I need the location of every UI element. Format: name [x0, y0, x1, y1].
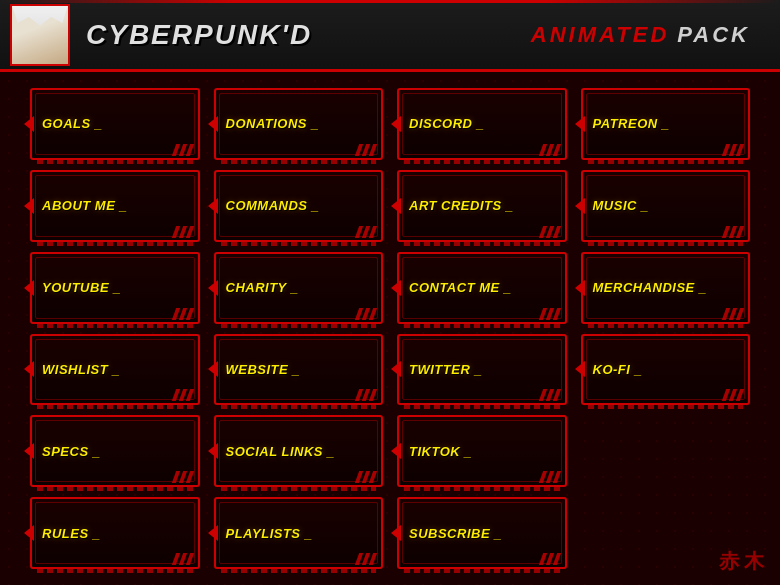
slash-deco	[174, 308, 192, 320]
panel-label-specs: SPECS _	[42, 444, 100, 459]
panel-btn-music[interactable]: MUSIC _	[581, 170, 751, 242]
panel-label-music: MUSIC _	[593, 198, 649, 213]
slash-deco	[724, 144, 742, 156]
panel-label-social-links: SOCIAL LINKS _	[226, 444, 335, 459]
panel-label-goals: GOALS _	[42, 116, 103, 131]
panel-btn-art-credits[interactable]: ART CREDITS _	[397, 170, 567, 242]
panel-btn-twitter[interactable]: TWITTER _	[397, 334, 567, 406]
header-top-line	[0, 0, 780, 3]
panel-label-discord: DISCORD _	[409, 116, 484, 131]
slash-deco	[357, 471, 375, 483]
panel-label-wishlist: WISHLIST _	[42, 362, 120, 377]
header-subtitle: ANIMATED PACK	[531, 22, 750, 48]
panel-btn-about-me[interactable]: ABOUT ME _	[30, 170, 200, 242]
slash-deco	[357, 389, 375, 401]
panel-btn-tiktok[interactable]: TIKTOK _	[397, 415, 567, 487]
panel-label-art-credits: ART CREDITS _	[409, 198, 514, 213]
watermark: 赤 木	[719, 548, 764, 575]
slash-deco	[541, 471, 559, 483]
slash-deco	[357, 553, 375, 565]
slash-deco	[724, 389, 742, 401]
panel-btn-wishlist[interactable]: WISHLIST _	[30, 334, 200, 406]
panel-btn-ko-fi[interactable]: KO-FI _	[581, 334, 751, 406]
panel-label-donations: DONATIONS _	[226, 116, 319, 131]
slash-deco	[174, 226, 192, 238]
slash-deco	[541, 144, 559, 156]
slash-deco	[174, 144, 192, 156]
button-grid: GOALS _ DONATIONS _ DISCORD _ PATREON _	[0, 72, 780, 585]
panel-btn-commands[interactable]: COMMANDS _	[214, 170, 384, 242]
panel-label-merchandise: MERCHANDISE _	[593, 280, 707, 295]
panel-btn-social-links[interactable]: SOCIAL LINKS _	[214, 415, 384, 487]
panel-btn-donations[interactable]: DONATIONS _	[214, 88, 384, 160]
panel-label-twitter: TWITTER _	[409, 362, 482, 377]
slash-deco	[541, 308, 559, 320]
panel-btn-discord[interactable]: DISCORD _	[397, 88, 567, 160]
slash-deco	[174, 553, 192, 565]
panel-label-tiktok: TIKTOK _	[409, 444, 472, 459]
slash-deco	[174, 389, 192, 401]
panel-btn-rules[interactable]: RULES _	[30, 497, 200, 569]
panel-btn-patreon[interactable]: PATREON _	[581, 88, 751, 160]
panel-label-website: WEBSITE _	[226, 362, 301, 377]
slash-deco	[174, 471, 192, 483]
panel-label-youtube: YOUTUBE _	[42, 280, 121, 295]
avatar	[10, 4, 70, 66]
panel-label-charity: CHARITY _	[226, 280, 299, 295]
panel-label-rules: RULES _	[42, 526, 100, 541]
panel-btn-goals[interactable]: GOALS _	[30, 88, 200, 160]
slash-deco	[357, 226, 375, 238]
panel-label-playlists: PLAYLISTS _	[226, 526, 313, 541]
slash-deco	[357, 308, 375, 320]
animated-label: ANIMATED	[531, 22, 669, 48]
panel-label-commands: COMMANDS _	[226, 198, 320, 213]
slash-deco	[541, 389, 559, 401]
panel-label-contact-me: CONTACT ME _	[409, 280, 512, 295]
slash-deco	[724, 308, 742, 320]
panel-btn-merchandise[interactable]: MERCHANDISE _	[581, 252, 751, 324]
panel-btn-youtube[interactable]: YOUTUBE _	[30, 252, 200, 324]
avatar-hair	[12, 6, 68, 35]
panel-label-patreon: PATREON _	[593, 116, 670, 131]
panel-btn-website[interactable]: WEBSITE _	[214, 334, 384, 406]
panel-btn-subscribe[interactable]: SUBSCRIBE _	[397, 497, 567, 569]
panel-btn-charity[interactable]: CHARITY _	[214, 252, 384, 324]
slash-deco	[357, 144, 375, 156]
panel-btn-specs[interactable]: SPECS _	[30, 415, 200, 487]
panel-label-about-me: ABOUT ME _	[42, 198, 127, 213]
header: CYBERPUNK'D ANIMATED PACK	[0, 0, 780, 72]
panel-btn-playlists[interactable]: PLAYLISTS _	[214, 497, 384, 569]
app-title: CYBERPUNK'D	[86, 19, 312, 51]
avatar-art	[12, 6, 68, 64]
panel-label-ko-fi: KO-FI _	[593, 362, 643, 377]
pack-label: PACK	[677, 22, 750, 48]
slash-deco	[724, 226, 742, 238]
panel-label-subscribe: SUBSCRIBE _	[409, 526, 502, 541]
slash-deco	[541, 553, 559, 565]
panel-btn-contact-me[interactable]: CONTACT ME _	[397, 252, 567, 324]
slash-deco	[541, 226, 559, 238]
